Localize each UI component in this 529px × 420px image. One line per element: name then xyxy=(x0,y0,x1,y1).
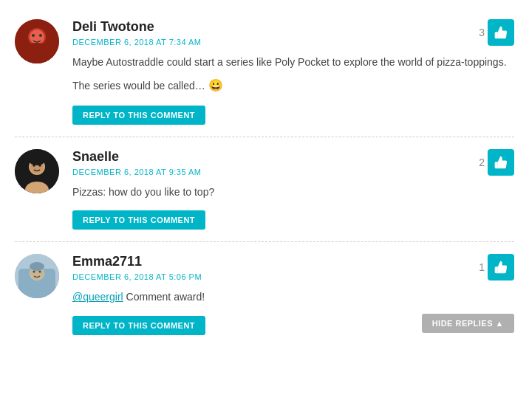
reply-to-comment-button[interactable]: REPLY TO THIS COMMENT xyxy=(72,106,205,125)
svg-point-19 xyxy=(30,262,44,271)
like-button[interactable] xyxy=(488,19,514,46)
like-button[interactable] xyxy=(488,149,514,176)
comment-text: Pizzas: how do you like to top? xyxy=(72,184,514,200)
comment-text: Maybe Autostraddle could start a series … xyxy=(72,54,514,70)
like-widget: 2 xyxy=(479,149,514,176)
like-count: 3 xyxy=(479,27,485,38)
comment-item: Emma2711 DECEMBER 6, 2018 AT 5:06 PM 1 xyxy=(15,242,514,346)
like-widget: 3 xyxy=(479,19,514,46)
svg-point-17 xyxy=(33,271,35,273)
like-button[interactable] xyxy=(488,254,514,280)
comment-text-2: The series would be called… 😀 xyxy=(72,76,514,95)
comment-item: Snaelle DECEMBER 6, 2018 AT 9:35 AM 2 xyxy=(15,137,514,242)
like-widget: 1 xyxy=(479,254,514,280)
like-count: 1 xyxy=(479,261,485,273)
svg-point-5 xyxy=(39,34,42,37)
mention-link[interactable]: @queergirl xyxy=(72,291,123,303)
comment-text: @queergirl Comment award! xyxy=(72,289,514,305)
comment-date: DECEMBER 6, 2018 AT 7:34 AM xyxy=(72,38,467,47)
comment-body: Deli Twotone DECEMBER 6, 2018 AT 7:34 AM… xyxy=(72,19,514,125)
comment-body: Snaelle DECEMBER 6, 2018 AT 9:35 AM 2 xyxy=(72,149,514,230)
svg-point-18 xyxy=(39,271,41,273)
comment-date: DECEMBER 6, 2018 AT 5:06 PM xyxy=(72,272,467,281)
svg-point-2 xyxy=(24,50,50,63)
comment-date: DECEMBER 6, 2018 AT 9:35 AM xyxy=(72,168,467,176)
comment-body: Emma2711 DECEMBER 6, 2018 AT 5:06 PM 1 xyxy=(72,254,514,334)
avatar xyxy=(15,19,59,63)
reply-to-comment-button[interactable]: REPLY TO THIS COMMENT xyxy=(72,210,205,230)
like-count: 2 xyxy=(479,156,485,168)
svg-point-4 xyxy=(32,34,35,37)
avatar xyxy=(15,149,59,193)
comment-actions-row: REPLY TO THIS COMMENT HIDE REPLIES ▲ xyxy=(72,311,514,335)
comment-text-after-mention: Comment award! xyxy=(123,291,205,303)
author-name: Deli Twotone xyxy=(72,19,467,35)
author-name: Emma2711 xyxy=(72,254,467,269)
reply-to-comment-button[interactable]: REPLY TO THIS COMMENT xyxy=(72,316,205,335)
thumbs-up-icon xyxy=(494,155,508,170)
hide-replies-button[interactable]: HIDE REPLIES ▲ xyxy=(422,314,514,333)
avatar xyxy=(15,254,59,298)
comment-section: Deli Twotone DECEMBER 6, 2018 AT 7:34 AM… xyxy=(0,0,529,354)
svg-point-12 xyxy=(29,155,45,165)
author-name: Snaelle xyxy=(72,149,467,165)
emoji: 😀 xyxy=(208,79,223,92)
thumbs-up-icon xyxy=(494,25,508,40)
comment-item: Deli Twotone DECEMBER 6, 2018 AT 7:34 AM… xyxy=(15,7,514,137)
comment-meta: Deli Twotone DECEMBER 6, 2018 AT 7:34 AM xyxy=(72,19,467,54)
comment-meta: Snaelle DECEMBER 6, 2018 AT 9:35 AM xyxy=(72,149,467,184)
comment-meta: Emma2711 DECEMBER 6, 2018 AT 5:06 PM xyxy=(72,254,467,289)
thumbs-up-icon xyxy=(494,260,508,275)
